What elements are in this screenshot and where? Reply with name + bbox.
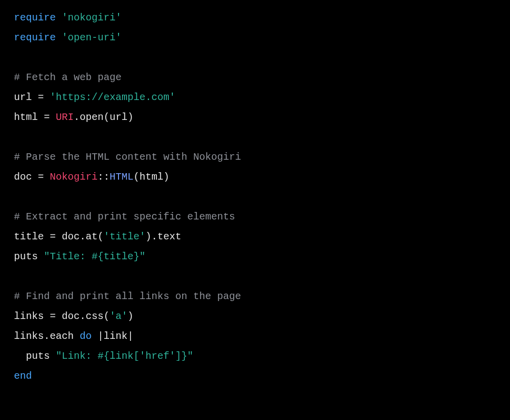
code-block: require 'nokogiri' require 'open-uri' # … — [0, 0, 510, 394]
